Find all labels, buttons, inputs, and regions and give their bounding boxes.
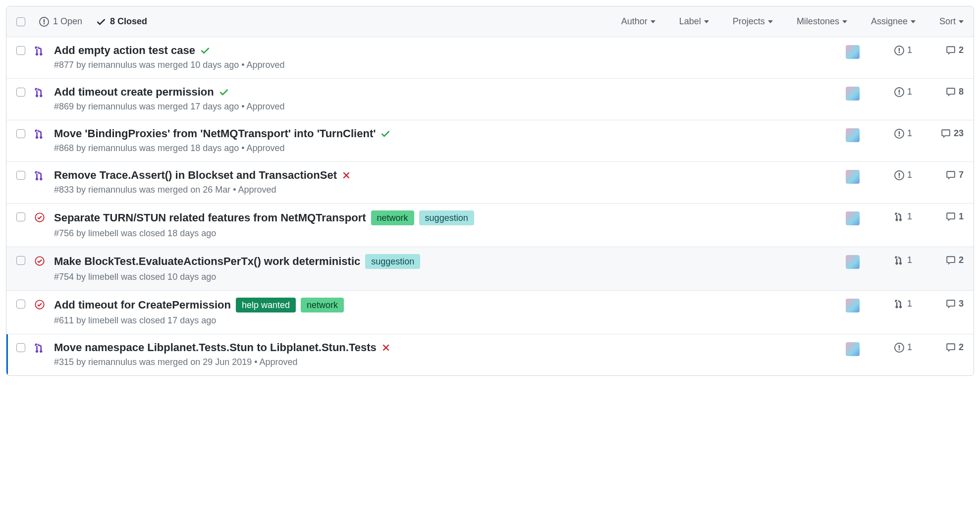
linked-issues-link[interactable]: 1 xyxy=(882,170,912,180)
filter-assignee[interactable]: Assignee xyxy=(871,16,916,27)
issue-title-link[interactable]: Make BlockTest.EvaluateActionsPerTx() wo… xyxy=(54,255,360,268)
linked-issues-link[interactable]: 1 xyxy=(882,87,912,97)
issue-row[interactable]: Separate TURN/STUN related features from… xyxy=(6,203,974,247)
chevron-down-icon xyxy=(959,20,964,23)
label-badge[interactable]: help wanted xyxy=(236,298,296,312)
filter-label[interactable]: Label xyxy=(679,16,709,27)
select-all-checkbox[interactable] xyxy=(16,17,25,26)
assignee-avatar[interactable] xyxy=(846,255,860,269)
chevron-down-icon xyxy=(768,20,773,23)
row-checkbox[interactable] xyxy=(16,256,25,265)
row-type-icon xyxy=(34,44,47,70)
filter-projects[interactable]: Projects xyxy=(733,16,773,27)
closed-issues-link[interactable]: 8 Closed xyxy=(96,16,147,27)
label-badge[interactable]: network xyxy=(301,298,344,312)
issue-subline: #754 by limebell was closed 10 days ago xyxy=(54,272,836,282)
chevron-down-icon xyxy=(842,20,847,23)
issue-subline: #877 by riemannulus was merged 10 days a… xyxy=(54,60,836,70)
issue-title-link[interactable]: Remove Trace.Assert() in Blockset and Tr… xyxy=(54,169,337,182)
assignee-avatar[interactable] xyxy=(846,128,860,142)
assignee-avatar[interactable] xyxy=(846,342,860,356)
row-type-icon xyxy=(34,127,47,154)
issue-title-link[interactable]: Add timeout for CreatePermission xyxy=(54,299,231,311)
comments-link[interactable]: 8 xyxy=(932,87,964,97)
check-icon xyxy=(96,17,106,27)
issue-row[interactable]: Add timeout create permission#869 by rie… xyxy=(6,78,974,120)
issue-subline: #869 by riemannulus was merged 17 days a… xyxy=(54,102,836,112)
filter-milestones[interactable]: Milestones xyxy=(797,16,847,27)
list-header: 1 Open 8 Closed Author Label Projects Mi… xyxy=(6,6,974,37)
issue-title-link[interactable]: Move 'BindingProxies' from 'NetMQTranspo… xyxy=(54,127,376,140)
row-checkbox[interactable] xyxy=(16,300,25,309)
issue-title-link[interactable]: Move namespace Libplanet.Tests.Stun to L… xyxy=(54,341,377,354)
row-checkbox[interactable] xyxy=(16,88,25,97)
row-type-icon xyxy=(34,169,47,195)
row-checkbox[interactable] xyxy=(16,46,25,55)
row-type-icon xyxy=(34,341,47,367)
label-badge[interactable]: suggestion xyxy=(365,254,420,269)
ci-status-icon[interactable] xyxy=(381,343,390,352)
linked-issues-link[interactable]: 1 xyxy=(882,255,912,265)
row-type-icon xyxy=(34,254,47,282)
issue-title-link[interactable]: Add timeout create permission xyxy=(54,86,214,99)
open-issues-link[interactable]: 1 Open xyxy=(39,16,82,27)
open-count: 1 Open xyxy=(53,16,82,27)
comments-link[interactable]: 1 xyxy=(932,211,964,222)
issue-title-link[interactable]: Add empty action test case xyxy=(54,44,195,57)
chevron-down-icon xyxy=(651,20,655,23)
issue-subline: #756 by limebell was closed 18 days ago xyxy=(54,228,836,239)
comments-link[interactable]: 2 xyxy=(932,255,964,265)
row-type-icon xyxy=(34,298,47,326)
assignee-avatar[interactable] xyxy=(846,299,860,312)
label-badge[interactable]: network xyxy=(371,210,414,225)
issue-subline: #315 by riemannulus was merged on 29 Jun… xyxy=(54,357,836,367)
issue-open-icon xyxy=(39,17,49,27)
issue-subline: #868 by riemannulus was merged 18 days a… xyxy=(54,143,836,154)
chevron-down-icon xyxy=(704,20,709,23)
row-type-icon xyxy=(34,86,47,112)
ci-status-icon[interactable] xyxy=(200,46,210,55)
issue-title-link[interactable]: Separate TURN/STUN related features from… xyxy=(54,211,366,224)
comments-link[interactable]: 2 xyxy=(932,45,964,55)
linked-issues-link[interactable]: 1 xyxy=(882,342,912,353)
issue-row[interactable]: Add empty action test case#877 by rieman… xyxy=(6,37,974,78)
filter-sort[interactable]: Sort xyxy=(939,16,964,27)
issue-row[interactable]: Move namespace Libplanet.Tests.Stun to L… xyxy=(6,334,974,375)
issue-row[interactable]: Move 'BindingProxies' from 'NetMQTranspo… xyxy=(6,120,974,161)
issue-row[interactable]: Add timeout for CreatePermissionhelp wan… xyxy=(6,290,974,334)
issues-list-container: 1 Open 8 Closed Author Label Projects Mi… xyxy=(6,6,974,376)
label-badge[interactable]: suggestion xyxy=(419,210,474,225)
ci-status-icon[interactable] xyxy=(381,129,390,139)
row-type-icon xyxy=(34,210,47,239)
linked-issues-link[interactable]: 1 xyxy=(882,211,912,222)
comments-link[interactable]: 2 xyxy=(932,342,964,353)
issue-subline: #611 by limebell was closed 17 days ago xyxy=(54,315,836,326)
ci-status-icon[interactable] xyxy=(219,87,229,97)
assignee-avatar[interactable] xyxy=(846,170,860,184)
comments-link[interactable]: 7 xyxy=(932,170,964,180)
row-checkbox[interactable] xyxy=(16,212,25,221)
issue-subline: #833 by riemannulus was merged on 26 Mar… xyxy=(54,185,836,195)
row-checkbox[interactable] xyxy=(16,171,25,180)
linked-issues-link[interactable]: 1 xyxy=(882,299,912,309)
comments-link[interactable]: 3 xyxy=(932,299,964,309)
linked-issues-link[interactable]: 1 xyxy=(882,128,912,139)
ci-status-icon[interactable] xyxy=(342,171,351,180)
filter-author[interactable]: Author xyxy=(621,16,655,27)
closed-count: 8 Closed xyxy=(110,16,147,27)
linked-issues-link[interactable]: 1 xyxy=(882,45,912,55)
row-checkbox[interactable] xyxy=(16,343,25,352)
assignee-avatar[interactable] xyxy=(846,211,860,225)
chevron-down-icon xyxy=(911,20,916,23)
comments-link[interactable]: 23 xyxy=(932,128,964,139)
issue-row[interactable]: Make BlockTest.EvaluateActionsPerTx() wo… xyxy=(6,247,974,290)
issue-row[interactable]: Remove Trace.Assert() in Blockset and Tr… xyxy=(6,161,974,203)
row-checkbox[interactable] xyxy=(16,129,25,138)
assignee-avatar[interactable] xyxy=(846,45,860,59)
assignee-avatar[interactable] xyxy=(846,87,860,101)
